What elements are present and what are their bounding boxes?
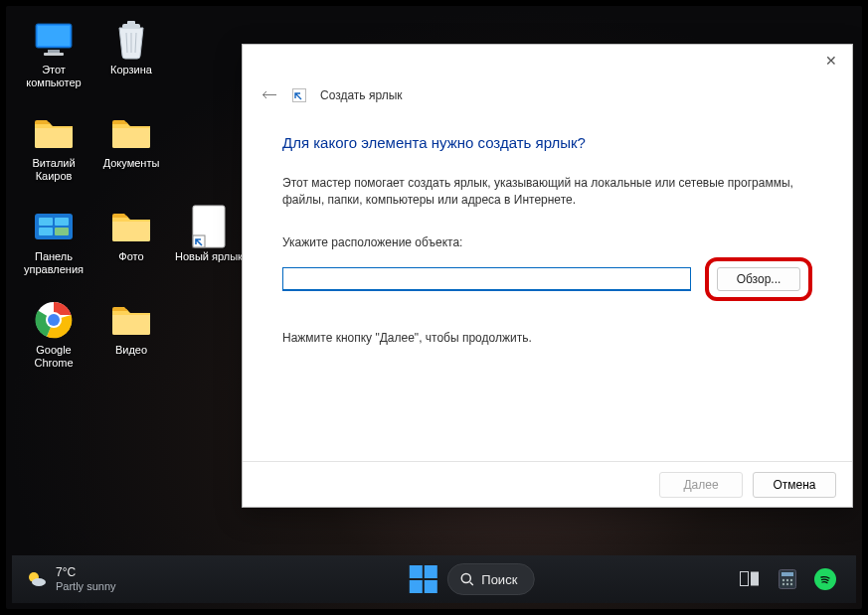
taskbar-center: Поиск <box>409 563 534 595</box>
dialog-header: 🡐 Создать ярлык <box>260 86 403 104</box>
recycle-bin-icon <box>109 18 153 62</box>
desktop-icon-label: Google Chrome <box>17 344 90 369</box>
dialog-breadcrumb: Создать ярлык <box>320 88 403 102</box>
start-button[interactable] <box>409 565 436 593</box>
desktop-icon-label: Этот компьютер <box>17 64 90 88</box>
browse-button[interactable]: Обзор... <box>717 267 800 291</box>
folder-icon <box>109 111 153 155</box>
svg-rect-5 <box>127 21 135 25</box>
desktop-icon-user-folder[interactable]: Виталий Каиров <box>16 109 91 197</box>
desktop-icon-this-pc[interactable]: Этот компьютер <box>16 16 91 103</box>
svg-rect-10 <box>39 218 53 226</box>
desktop-icon-control-panel[interactable]: Панель управления <box>16 203 91 290</box>
svg-point-30 <box>790 579 792 581</box>
svg-point-32 <box>786 583 788 585</box>
close-button[interactable]: ✕ <box>816 49 846 73</box>
next-button[interactable]: Далее <box>659 472 743 498</box>
chrome-icon <box>32 298 76 342</box>
shortcut-icon <box>292 88 306 102</box>
desktop-icon-photo[interactable]: Фото <box>93 203 169 290</box>
location-label: Укажите расположение объекта: <box>282 235 812 249</box>
dialog-description: Этот мастер помогает создать ярлык, указ… <box>282 175 799 210</box>
temperature: 7°C <box>56 566 116 580</box>
svg-rect-27 <box>781 572 793 576</box>
weather-icon <box>26 568 48 590</box>
desktop-icons-grid: Этот компьютер Корзина Виталий Каиров <box>16 16 255 384</box>
desktop-icon-chrome[interactable]: Google Chrome <box>16 296 91 384</box>
desktop-icon-label: Новый ярлык <box>175 250 243 263</box>
svg-rect-2 <box>48 50 60 53</box>
dialog-hint: Нажмите кнопку "Далее", чтобы продолжить… <box>282 331 812 345</box>
desktop-icon-label: Видео <box>115 344 147 357</box>
taskbar-search[interactable]: Поиск <box>446 563 534 595</box>
dialog-footer: Далее Отмена <box>243 461 852 507</box>
back-button[interactable]: 🡐 <box>260 86 278 104</box>
svg-rect-3 <box>44 53 64 56</box>
taskbar-right <box>737 566 838 592</box>
browse-highlight: Обзор... <box>705 257 812 301</box>
folder-icon <box>109 205 153 248</box>
calculator-icon[interactable] <box>775 566 800 592</box>
weather-condition: Partly sunny <box>56 580 116 593</box>
screen: Этот компьютер Корзина Виталий Каиров <box>0 0 868 615</box>
svg-point-28 <box>782 579 784 581</box>
search-icon <box>459 572 473 586</box>
svg-rect-13 <box>55 228 69 235</box>
svg-point-21 <box>32 578 46 586</box>
folder-icon <box>109 298 153 342</box>
desktop-icon-label: Документы <box>103 157 160 170</box>
taskbar-weather[interactable]: 7°C Partly sunny <box>26 566 116 592</box>
svg-rect-25 <box>751 572 759 586</box>
folder-icon <box>32 111 76 155</box>
control-panel-icon <box>32 205 76 248</box>
taskbar: 7°C Partly sunny Поиск <box>12 555 856 603</box>
svg-rect-24 <box>741 572 749 586</box>
svg-rect-9 <box>35 214 73 239</box>
svg-line-23 <box>469 582 472 585</box>
create-shortcut-dialog: ✕ 🡐 Создать ярлык Для какого элемента ну… <box>242 44 853 508</box>
desktop-icon-label: Корзина <box>110 64 152 77</box>
location-input[interactable] <box>282 267 691 291</box>
desktop-icon-label: Виталий Каиров <box>17 157 90 182</box>
weather-text: 7°C Partly sunny <box>56 566 116 592</box>
cancel-button[interactable]: Отмена <box>753 472 836 498</box>
desktop-icon-new-shortcut[interactable]: Новый ярлык <box>171 203 247 290</box>
pc-icon <box>32 18 76 62</box>
shortcut-file-icon <box>187 205 231 248</box>
svg-point-18 <box>48 314 60 326</box>
svg-rect-1 <box>38 26 70 46</box>
svg-point-22 <box>461 574 470 583</box>
svg-point-29 <box>786 579 788 581</box>
svg-rect-12 <box>39 228 53 235</box>
svg-point-31 <box>782 583 784 585</box>
dialog-body: Для какого элемента нужно создать ярлык?… <box>282 134 812 345</box>
location-row: Обзор... <box>282 257 812 301</box>
desktop-icon-label: Фото <box>118 250 143 263</box>
desktop-icon-label: Панель управления <box>17 250 90 275</box>
desktop-icon-recycle-bin[interactable]: Корзина <box>93 16 169 103</box>
desktop[interactable]: Этот компьютер Корзина Виталий Каиров <box>6 6 862 609</box>
svg-point-33 <box>790 583 792 585</box>
desktop-icon-documents[interactable]: Документы <box>93 109 169 197</box>
task-view-icon[interactable] <box>737 566 763 592</box>
spotify-icon[interactable] <box>812 566 838 592</box>
search-placeholder: Поиск <box>481 572 517 587</box>
svg-rect-11 <box>55 218 69 226</box>
dialog-title: Для какого элемента нужно создать ярлык? <box>282 134 812 151</box>
desktop-icon-video[interactable]: Видео <box>93 296 169 384</box>
